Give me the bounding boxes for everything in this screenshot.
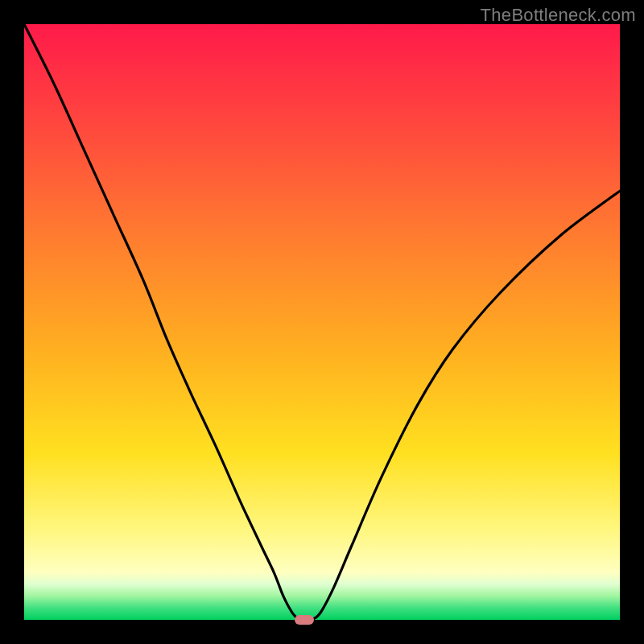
- chart-frame: TheBottleneck.com: [0, 0, 644, 644]
- bottleneck-curve: [24, 24, 620, 620]
- curve-svg: [24, 24, 620, 620]
- watermark-label: TheBottleneck.com: [481, 5, 636, 26]
- plot-area: [24, 24, 620, 620]
- optimum-marker: [295, 615, 314, 625]
